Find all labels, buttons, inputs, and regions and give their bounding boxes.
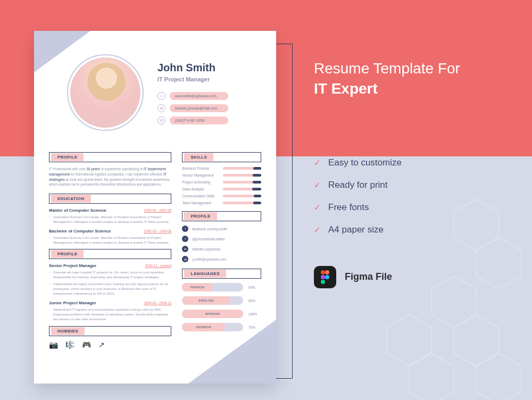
feature-text: Ready for print — [328, 180, 388, 190]
skill-fill — [253, 181, 261, 184]
language-item: SPANISH100% — [182, 310, 261, 318]
promo-heading: Resume Template For IT Expert — [314, 59, 505, 99]
svg-point-10 — [325, 275, 329, 279]
section-header-languages: LANGUAGES — [182, 269, 261, 279]
role-dates: 2004-09 - 2006-12 — [144, 301, 172, 305]
svg-point-8 — [325, 270, 329, 274]
language-item: ENGLISH80% — [182, 296, 261, 305]
feature-text: Free fonts — [328, 202, 369, 213]
social-item: ffacebook.com/my.smith — [182, 226, 261, 232]
svg-point-7 — [321, 270, 325, 274]
language-pct: 70% — [248, 326, 261, 329]
check-icon: ✓ — [314, 158, 321, 168]
resume-left-column: PROFILE IT Professional with over 10 yea… — [49, 152, 171, 373]
skill-item: Team Management — [182, 201, 261, 205]
svg-point-9 — [321, 275, 325, 279]
language-name: ENGLISH — [199, 299, 214, 302]
language-bar: FRENCH — [182, 283, 243, 291]
section-label: EDUCATION — [51, 195, 91, 203]
email-icon: ✉ — [157, 104, 165, 112]
language-bar: GERMAN — [182, 323, 243, 331]
skill-bar — [223, 195, 261, 197]
role-bullet: Oversaw all major hospital IT projects f… — [49, 270, 171, 280]
contact-email: ✉linkedin.johnutw@mail.com — [157, 104, 263, 112]
language-name: FRENCH — [190, 286, 205, 289]
language-bar: SPANISH — [182, 310, 243, 318]
language-fill: ENGLISH — [182, 296, 231, 305]
promo-heading-line1: Resume Template For — [314, 60, 460, 77]
experience-item: Senior Project Manager2006-12 - presentO… — [49, 263, 171, 296]
social-item: ✉j.smith@uptowork.com — [182, 256, 261, 262]
avatar-ring — [67, 54, 144, 131]
role-bullet: Implemented the highly successful Lean T… — [49, 281, 171, 296]
feature-list: ✓Easy to customize✓Ready for print✓Free … — [314, 157, 505, 235]
section-header-social: PROFILE — [182, 211, 261, 221]
skill-name: Team Management — [182, 201, 211, 205]
skill-item: Communication Skills — [182, 194, 261, 198]
degree-dates: 1996-09 - 1999-06 — [144, 229, 172, 233]
section-label: HOBBIES — [51, 327, 85, 335]
skill-item: Vendor Management — [182, 173, 261, 177]
language-item: GERMAN70% — [182, 323, 261, 331]
skill-name: Vendor Management — [182, 173, 213, 177]
contact-web: ⌂www.smith@uptowork.com — [157, 92, 263, 100]
svg-marker-6 — [387, 314, 431, 366]
svg-marker-3 — [454, 314, 498, 366]
degree-title: Bachelor of Computer Science — [49, 229, 111, 234]
skill-fill — [254, 195, 261, 197]
skill-item: Project Scheduling — [182, 180, 261, 184]
feature-item: ✓Ready for print — [314, 180, 505, 190]
role-title: Junior Project Manager — [49, 301, 96, 305]
language-pct: 80% — [248, 299, 261, 303]
social-text: j.smith@uptowork.com — [192, 257, 226, 261]
skill-fill — [253, 174, 261, 177]
section-header-experience: PROFILE — [49, 249, 171, 259]
skill-bar — [223, 181, 261, 184]
social-text: linkedin.co/johnutw — [192, 247, 220, 251]
section-header-education: EDUCATION — [49, 194, 171, 204]
contact-value: (000)774-987-4009 — [170, 116, 228, 124]
skill-name: Communication Skills — [182, 194, 214, 198]
experience-item: Junior Project Manager2004-09 - 2006-12S… — [49, 301, 171, 322]
music-icon: 🎼 — [65, 340, 74, 349]
skill-item: Sales Analysis — [182, 187, 261, 191]
education-item: Master of Computer Science1999-09 - 2001… — [49, 208, 171, 224]
social-item: inlinkedin.co/johnutw — [182, 246, 261, 252]
section-label: LANGUAGES — [184, 270, 226, 278]
social-icon: ✉ — [182, 256, 188, 262]
skill-name: Sales Analysis — [182, 187, 204, 191]
social-icon: f — [182, 226, 188, 232]
social-text: @johnsmithutw.twitter — [192, 237, 225, 241]
skill-bar — [223, 167, 261, 170]
web-icon: ⌂ — [157, 92, 165, 100]
camera-icon: 📷 — [49, 340, 58, 349]
candidate-title: IT Project Manager — [157, 76, 263, 82]
skill-item: Business Process — [182, 166, 261, 170]
section-header-profile: PROFILE — [49, 152, 171, 162]
hobby-icons: 📷🎼🎮↗ — [49, 340, 171, 349]
contact-value: www.smith@uptowork.com — [170, 92, 228, 100]
arrow-icon: ↗ — [98, 340, 105, 349]
social-icon: t — [182, 236, 188, 242]
skill-name: Project Scheduling — [182, 180, 210, 184]
social-item: t@johnsmithutw.twitter — [182, 236, 261, 242]
language-fill: SPANISH — [182, 310, 243, 318]
skill-bar — [223, 174, 261, 177]
language-bar: ENGLISH — [182, 296, 243, 305]
promo-panel: Resume Template For IT Expert ✓Easy to c… — [314, 59, 505, 288]
degree-title: Master of Computer Science — [49, 208, 106, 213]
language-fill: GERMAN — [182, 323, 225, 331]
social-icon: in — [182, 246, 188, 252]
avatar-photo — [70, 57, 140, 128]
feature-item: ✓Free fonts — [314, 202, 505, 213]
feature-text: A4 paper size — [328, 224, 384, 235]
role-title: Senior Project Manager — [49, 263, 96, 268]
candidate-name: John Smith — [157, 62, 263, 74]
language-pct: 50% — [248, 286, 261, 289]
profile-paragraph: IT Professional with over 10 years of ex… — [49, 166, 171, 187]
section-label: PROFILE — [51, 250, 84, 258]
figma-icon — [314, 266, 336, 288]
contact-value: linkedin.johnutw@mail.com — [170, 104, 228, 112]
section-label: PROFILE — [184, 212, 217, 220]
section-label: SKILLS — [184, 153, 213, 161]
